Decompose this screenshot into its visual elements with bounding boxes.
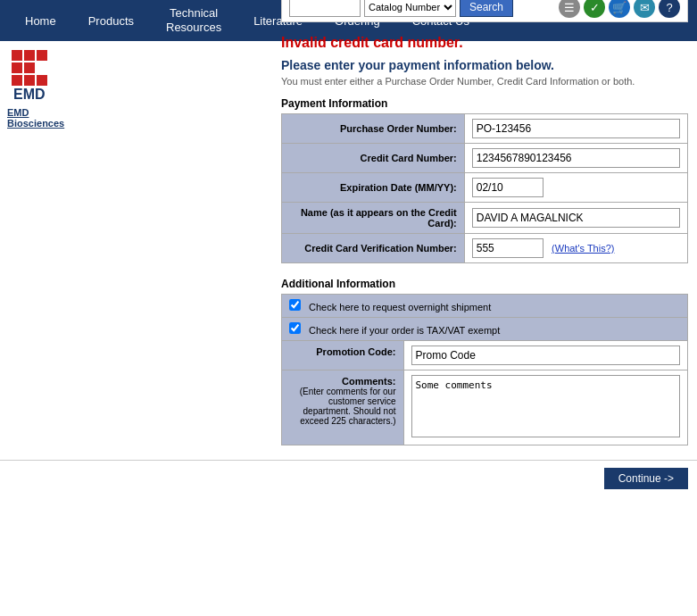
cvv-input[interactable] xyxy=(472,238,543,258)
svg-rect-0 xyxy=(12,50,22,61)
cc-name-label: Name (as it appears on the Credit Card): xyxy=(282,203,465,234)
svg-rect-5 xyxy=(12,75,22,86)
promo-code-input[interactable] xyxy=(411,345,681,365)
cc-number-label: Credit Card Number: xyxy=(282,144,465,173)
table-row: Expiration Date (MM/YY): xyxy=(282,173,688,203)
overnight-row: Check here to request overnight shipment xyxy=(282,295,688,318)
help-icon-button[interactable]: ? xyxy=(659,0,680,18)
check-icon-button[interactable]: ✓ xyxy=(584,0,605,18)
payment-table: Purchase Order Number: Credit Card Numbe… xyxy=(281,113,688,263)
search-dropdown[interactable]: Catalog Number xyxy=(364,0,456,17)
emd-biosciences-link[interactable]: EMD Biosciences xyxy=(7,107,79,129)
table-row: Credit Card Number: xyxy=(282,144,688,173)
svg-rect-2 xyxy=(37,50,47,61)
exp-date-input[interactable] xyxy=(472,178,543,197)
error-message: Invalid credit card number. xyxy=(281,35,688,51)
cc-number-input[interactable] xyxy=(472,148,680,168)
po-number-input[interactable] xyxy=(472,119,680,138)
comments-label: Comments: (Enter comments for our custom… xyxy=(282,370,404,445)
emd-logo: EMD EMD Biosciences xyxy=(7,50,79,129)
bottom-bar: Continue -> xyxy=(0,460,697,496)
svg-rect-4 xyxy=(24,62,35,73)
payment-section-title: Payment Information xyxy=(281,97,688,110)
svg-text:EMD: EMD xyxy=(13,87,46,102)
svg-rect-3 xyxy=(12,62,22,73)
comments-cell: Some comments xyxy=(403,370,688,445)
promo-label: Promotion Code: xyxy=(282,341,404,370)
svg-rect-7 xyxy=(37,75,47,86)
cvv-label: Credit Card Verification Number: xyxy=(282,234,465,263)
cc-name-input[interactable] xyxy=(472,208,680,228)
exp-date-label: Expiration Date (MM/YY): xyxy=(282,173,465,203)
instruction-sub: You must enter either a Purchase Order N… xyxy=(281,76,688,87)
tax-exempt-label: Check here if your order is TAX/VAT exem… xyxy=(309,325,500,336)
nav-products[interactable]: Products xyxy=(72,14,150,28)
nav-home[interactable]: Home xyxy=(9,14,72,28)
instruction-title: Please enter your payment information be… xyxy=(281,58,688,72)
whats-this-link[interactable]: (What's This?) xyxy=(552,243,614,254)
svg-rect-1 xyxy=(24,50,35,61)
comments-row: Comments: (Enter comments for our custom… xyxy=(282,370,688,445)
cvv-cell: (What's This?) xyxy=(464,234,687,263)
promo-row: Promotion Code: xyxy=(282,341,688,370)
exp-date-cell xyxy=(464,173,687,203)
nav-technical-resources[interactable]: Technical Resources xyxy=(150,6,237,34)
po-number-cell xyxy=(464,114,687,144)
search-input[interactable] xyxy=(289,0,361,17)
search-button[interactable]: Search xyxy=(460,0,513,17)
additional-table: Check here to request overnight shipment… xyxy=(281,294,688,445)
tax-exempt-checkbox[interactable] xyxy=(289,322,301,334)
cart-icon-button[interactable]: 🛒 xyxy=(609,0,630,18)
email-icon-button[interactable]: ✉ xyxy=(634,0,655,18)
list-icon-button[interactable]: ☰ xyxy=(559,0,580,18)
cc-number-cell xyxy=(464,144,687,173)
cc-name-cell xyxy=(464,203,687,234)
search-bar: Catalog Number Search ☰ ✓ 🛒 ✉ ? xyxy=(281,0,688,22)
sidebar: EMD EMD Biosciences xyxy=(0,41,138,460)
table-row: Name (as it appears on the Credit Card): xyxy=(282,203,688,234)
table-row: Credit Card Verification Number: (What's… xyxy=(282,234,688,263)
svg-rect-6 xyxy=(24,75,35,86)
promo-cell xyxy=(403,341,688,370)
overnight-checkbox[interactable] xyxy=(289,299,301,311)
tax-exempt-cell: Check here if your order is TAX/VAT exem… xyxy=(282,318,688,341)
po-number-label: Purchase Order Number: xyxy=(282,114,465,144)
overnight-label: Check here to request overnight shipment xyxy=(309,302,491,312)
icon-buttons: ☰ ✓ 🛒 ✉ ? xyxy=(559,0,680,18)
overnight-cell: Check here to request overnight shipment xyxy=(282,295,688,318)
comments-textarea[interactable]: Some comments xyxy=(411,375,681,437)
continue-button[interactable]: Continue -> xyxy=(604,468,688,489)
tax-exempt-row: Check here if your order is TAX/VAT exem… xyxy=(282,318,688,341)
table-row: Purchase Order Number: xyxy=(282,114,688,144)
main-content: Welcome David Magalnick! My Account My I… xyxy=(281,0,697,460)
additional-section-title: Additional Information xyxy=(281,278,688,290)
